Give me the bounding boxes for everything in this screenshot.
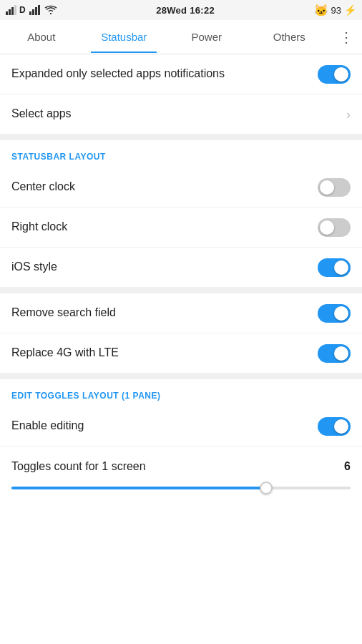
section-statusbar-layout: STATUSBAR LAYOUT Center clock Right cloc… [0,140,362,288]
list-item-enable-editing: Enable editing [0,406,362,447]
expanded-notifications-toggle[interactable] [318,65,351,84]
status-bar-time: 28Wed 16:22 [156,5,215,16]
svg-rect-3 [14,5,16,15]
divider-3 [0,374,362,379]
section-edit-toggles: EDIT TOGGLES LAYOUT (1 PANE) Enable edit… [0,379,362,498]
enable-editing-thumb [334,419,348,434]
signal-icon-right [29,5,41,15]
remove-search-thumb [334,306,348,321]
ios-style-label: iOS style [11,260,318,275]
svg-rect-2 [11,7,14,15]
svg-rect-6 [35,7,37,15]
battery-percent: 93 [331,5,341,16]
list-item-select-apps[interactable]: Select apps › [0,94,362,135]
select-apps-chevron: › [346,108,351,121]
slider-fill [11,487,266,489]
battery-charging-icon: ⚡ [344,4,356,16]
toggles-count-label: Toggles count for 1 screen [11,459,344,474]
toggles-count-slider-container [0,487,362,498]
slider-thumb[interactable] [260,482,273,494]
svg-rect-4 [29,11,31,15]
tab-power[interactable]: Power [165,21,248,53]
status-bar-left: D [6,5,57,15]
tab-about[interactable]: About [0,21,83,53]
tab-others[interactable]: Others [248,21,331,53]
list-item-right-clock: Right clock [0,208,362,248]
select-apps-label: Select apps [11,107,346,122]
svg-rect-0 [6,11,8,15]
right-clock-label: Right clock [11,220,318,235]
svg-rect-1 [9,9,11,15]
list-item-center-clock: Center clock [0,167,362,208]
expanded-notifications-label: Expanded only selected apps notification… [11,67,318,82]
center-clock-label: Center clock [11,180,318,195]
ios-style-thumb [334,260,348,275]
enable-editing-label: Enable editing [11,419,318,434]
statusbar-layout-header: STATUSBAR LAYOUT [0,140,362,167]
right-clock-thumb [320,220,334,235]
center-clock-thumb [320,180,334,195]
tab-statusbar[interactable]: Statusbar [83,21,166,53]
center-clock-toggle[interactable] [318,178,351,197]
list-item-replace-4g: Replace 4G with LTE [0,333,362,374]
divider-2 [0,288,362,293]
section-other-settings: Remove search field Replace 4G with LTE [0,293,362,374]
svg-rect-7 [38,5,40,15]
remove-search-label: Remove search field [11,306,318,321]
replace-4g-label: Replace 4G with LTE [11,346,318,361]
edit-toggles-header: EDIT TOGGLES LAYOUT (1 PANE) [0,379,362,406]
tab-more-icon[interactable]: ⋮ [331,29,362,46]
ios-style-toggle[interactable] [318,258,351,277]
replace-4g-thumb [334,346,348,361]
svg-rect-5 [32,9,34,15]
list-item-toggles-count: Toggles count for 1 screen 6 [0,447,362,487]
status-bar-right: 🐱 93 ⚡ [314,4,356,17]
slider-track[interactable] [11,487,351,489]
right-clock-toggle[interactable] [318,218,351,237]
toggles-count-value: 6 [344,460,351,473]
d-icon: D [19,5,26,15]
list-item-expanded-notifications: Expanded only selected apps notification… [0,54,362,94]
list-item-remove-search: Remove search field [0,293,362,333]
signal-icon-left [6,5,17,15]
enable-editing-toggle[interactable] [318,417,351,436]
divider-1 [0,135,362,140]
status-bar: D 28Wed 16:22 🐱 93 ⚡ [0,0,362,20]
tab-bar: About Statusbar Power Others ⋮ [0,20,362,54]
cat-icon: 🐱 [314,4,328,17]
section-notifications: Expanded only selected apps notification… [0,54,362,135]
wifi-icon [44,5,57,15]
replace-4g-toggle[interactable] [318,344,351,363]
remove-search-toggle[interactable] [318,304,351,323]
expanded-notifications-thumb [334,67,348,82]
list-item-ios-style: iOS style [0,248,362,288]
